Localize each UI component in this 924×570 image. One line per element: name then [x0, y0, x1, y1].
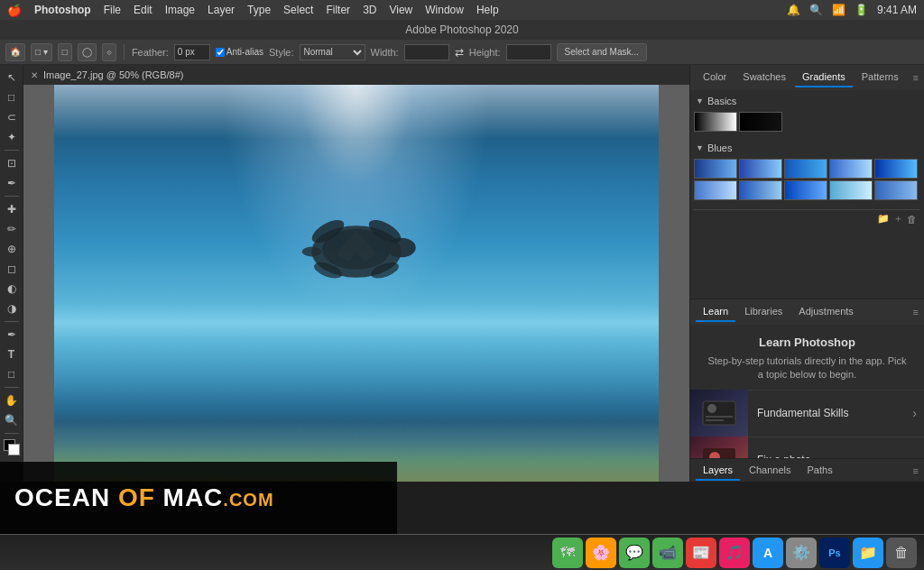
menu-view[interactable]: View: [389, 4, 412, 16]
swap-icon[interactable]: ⇄: [455, 46, 464, 59]
blue-swatch-7[interactable]: [739, 180, 782, 200]
tab-learn[interactable]: Learn: [696, 302, 735, 322]
blue-swatch-4[interactable]: [829, 159, 873, 179]
search-icon[interactable]: 🔍: [809, 4, 823, 16]
menu-type[interactable]: Type: [247, 4, 271, 16]
dock-icon-news[interactable]: 📰: [686, 538, 716, 568]
notification-icon[interactable]: 🔔: [787, 4, 800, 16]
tab-layers[interactable]: Layers: [696, 461, 740, 481]
gradient-tool[interactable]: ◐: [3, 280, 21, 298]
layers-panel-collapse[interactable]: ≡: [913, 465, 919, 476]
canvas-area: ✕ Image_27.jpg @ 50% (RGB/8#): [23, 65, 689, 482]
app-name: Photoshop: [34, 4, 91, 16]
learn-item-fix-photo[interactable]: Fix a photo ›: [690, 437, 924, 458]
blue-swatch-5[interactable]: [874, 159, 918, 179]
spot-heal-tool[interactable]: ✚: [3, 200, 21, 218]
panel-collapse-button[interactable]: ≡: [913, 72, 919, 83]
tab-channels[interactable]: Channels: [742, 461, 798, 481]
blues-group-header[interactable]: ▼ Blues: [694, 141, 920, 155]
lasso-tool[interactable]: ⊂: [3, 108, 21, 126]
selection-tool[interactable]: □ ▾: [31, 43, 52, 61]
fix-photo-thumb-svg: [701, 446, 737, 458]
learn-item-fundamental[interactable]: Fundamental Skills ›: [690, 390, 924, 437]
gradient-folder-icon[interactable]: 📁: [877, 213, 890, 225]
dock-icon-photos[interactable]: 🌸: [586, 538, 616, 568]
dock-icon-finder[interactable]: 📁: [853, 538, 883, 568]
fundamental-label: Fundamental Skills: [748, 407, 912, 419]
menu-image[interactable]: Image: [165, 4, 195, 16]
dock-icon-messages[interactable]: 💬: [619, 538, 650, 568]
blue-swatch-1[interactable]: [694, 159, 737, 179]
menu-select[interactable]: Select: [283, 4, 313, 16]
crop-tool[interactable]: ⊡: [3, 154, 21, 172]
tab-gradients[interactable]: Gradients: [795, 68, 853, 87]
quick-select-tool[interactable]: ✦: [3, 128, 21, 146]
dock-icon-photoshop[interactable]: Ps: [819, 538, 850, 568]
dock-icon-music[interactable]: 🎵: [719, 538, 750, 568]
svg-rect-14: [706, 419, 724, 421]
tab-close-button[interactable]: ✕: [31, 70, 38, 80]
select-mask-button[interactable]: Select and Mask...: [557, 43, 647, 61]
tab-adjustments[interactable]: Adjustments: [791, 302, 861, 322]
feather-input[interactable]: [174, 44, 210, 60]
circle-select[interactable]: ◯: [78, 43, 97, 61]
eyedropper-tool[interactable]: ✒: [3, 174, 21, 192]
blue-swatch-8[interactable]: [784, 180, 827, 200]
apple-logo[interactable]: 🍎: [7, 4, 22, 17]
color-box[interactable]: [4, 439, 20, 455]
hand-tool[interactable]: ✋: [3, 391, 21, 409]
brush-tool[interactable]: ✏: [3, 220, 21, 238]
tab-paths[interactable]: Paths: [800, 461, 840, 481]
style-select[interactable]: Normal Fixed Ratio Fixed Size: [300, 44, 365, 60]
width-label: Width:: [371, 47, 399, 58]
marquee-tool[interactable]: □: [3, 88, 21, 106]
tab-swatches[interactable]: Swatches: [735, 68, 793, 87]
blue-swatch-3[interactable]: [784, 159, 827, 179]
svg-rect-11: [703, 401, 735, 425]
dock-icon-trash[interactable]: 🗑: [886, 538, 917, 568]
tab-color[interactable]: Color: [696, 68, 734, 87]
gradient-swatch-black[interactable]: [739, 112, 782, 132]
dock-icon-preferences[interactable]: ⚙️: [786, 538, 817, 568]
menu-help[interactable]: Help: [476, 4, 499, 16]
blue-swatch-6[interactable]: [694, 180, 737, 200]
tool-sep-3: [5, 321, 19, 322]
rect-select[interactable]: □: [58, 43, 72, 61]
gradient-swatch-bw[interactable]: [694, 112, 737, 132]
gradient-delete-icon[interactable]: 🗑: [907, 214, 917, 225]
canvas-content[interactable]: [23, 85, 689, 482]
basics-group-header[interactable]: ▼ Basics: [694, 94, 920, 108]
menu-3d[interactable]: 3D: [363, 4, 376, 16]
menu-window[interactable]: Window: [425, 4, 464, 16]
learn-panel-collapse[interactable]: ≡: [913, 307, 919, 317]
menu-edit[interactable]: Edit: [134, 4, 152, 16]
dock-icon-appstore[interactable]: A: [753, 538, 783, 568]
move-tool[interactable]: ↖: [3, 69, 21, 87]
gradient-add-icon[interactable]: ＋: [893, 212, 903, 225]
dock-icon-facetime[interactable]: 📹: [652, 538, 683, 568]
menu-layer[interactable]: Layer: [208, 4, 235, 16]
blue-swatch-2[interactable]: [739, 159, 782, 179]
dock-icon-maps[interactable]: 🗺: [552, 538, 583, 568]
blue-swatch-9[interactable]: [829, 180, 873, 200]
height-input[interactable]: [506, 44, 551, 60]
tab-libraries[interactable]: Libraries: [737, 302, 790, 322]
blue-swatch-10[interactable]: [874, 180, 918, 200]
menu-filter[interactable]: Filter: [326, 4, 350, 16]
lasso-select[interactable]: ⟐: [102, 43, 116, 61]
basics-label: Basics: [707, 96, 736, 106]
tab-patterns[interactable]: Patterns: [855, 68, 906, 87]
zoom-tool[interactable]: 🔍: [3, 411, 21, 429]
text-tool[interactable]: T: [3, 345, 21, 363]
home-button[interactable]: 🏠: [5, 43, 25, 61]
width-input[interactable]: [404, 44, 449, 60]
eraser-tool[interactable]: ◻: [3, 260, 21, 278]
menu-file[interactable]: File: [104, 4, 121, 16]
anti-alias-checkbox[interactable]: [216, 48, 225, 57]
background-color[interactable]: [8, 444, 20, 455]
shape-tool[interactable]: □: [3, 365, 21, 383]
clone-tool[interactable]: ⊕: [3, 240, 21, 258]
canvas-tab-label: Image_27.jpg @ 50% (RGB/8#): [43, 69, 183, 80]
dodge-tool[interactable]: ◑: [3, 299, 21, 317]
pen-tool[interactable]: ✒: [3, 326, 21, 344]
